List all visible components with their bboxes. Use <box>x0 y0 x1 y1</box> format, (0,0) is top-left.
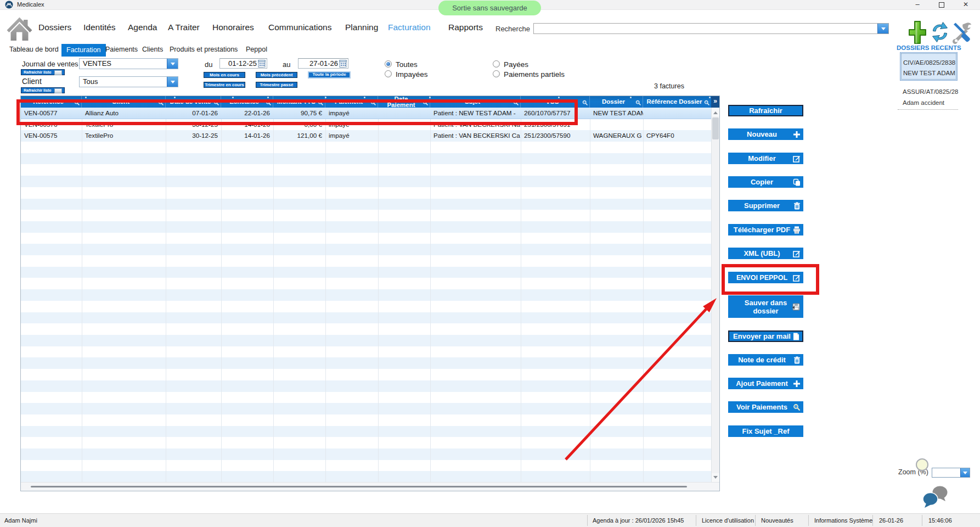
whole-period-button[interactable]: Toute la période <box>308 71 351 79</box>
note-de-credit-button[interactable]: Note de crédit <box>728 354 803 366</box>
home-icon[interactable] <box>7 16 32 41</box>
scroll-up-icon[interactable] <box>712 108 719 116</box>
chat-icon[interactable] <box>922 485 949 509</box>
envoyer-par-mail-button[interactable]: Envoyer par mail <box>728 330 803 342</box>
recent-folder-ref[interactable]: CIV/AE/0825/2838 <box>903 59 955 66</box>
recent-folder-ref[interactable]: ASSUR/AT/0825/28 <box>903 88 958 95</box>
nouveau-button[interactable]: Nouveau <box>728 128 803 140</box>
ajout-paiement-button[interactable]: Ajout Paiement <box>728 378 803 389</box>
calendar-icon[interactable] <box>258 59 266 68</box>
header-grip-dot <box>429 97 431 98</box>
annotation-rectangle-row <box>16 99 578 125</box>
search-dropdown-icon[interactable] <box>877 24 888 33</box>
nav-item-dossiers[interactable]: Dossiers <box>38 23 71 32</box>
zoom-slider-knob[interactable] <box>916 458 928 471</box>
tab-produits-prestations[interactable]: Produits et prestations <box>170 46 238 53</box>
nav-item-rapports[interactable]: Rapports <box>448 23 483 32</box>
supprimer-label: Supprimer <box>744 201 780 210</box>
column-separator <box>521 108 521 482</box>
previous-month-button[interactable]: Mois précédent <box>256 72 297 78</box>
header-grip-dot <box>558 97 560 98</box>
maximize-button[interactable] <box>932 0 951 9</box>
minimize-button[interactable]: – <box>908 0 927 9</box>
rafraichir-button[interactable]: Rafraîchir <box>728 105 803 116</box>
settings-tools-icon[interactable] <box>952 22 973 44</box>
cell-date-paiement <box>378 130 430 142</box>
nav-item-communications[interactable]: Communications <box>268 23 331 32</box>
nav-item-planning[interactable]: Planning <box>345 23 378 32</box>
status-news[interactable]: Nouveautés <box>761 514 793 527</box>
column-header-reference-dossier[interactable]: Référence Dossier <box>643 96 711 108</box>
client-select[interactable]: Tous <box>79 76 178 87</box>
telecharger-pdf-button[interactable]: Télécharger PDF <box>728 224 803 236</box>
zoom-input[interactable] <box>932 468 970 478</box>
recent-folder-name[interactable]: Adam accident <box>903 99 944 106</box>
date-to-value: 27-01-26 <box>309 59 338 68</box>
journal-value: VENTES <box>83 59 111 69</box>
radio-impayees[interactable] <box>385 70 392 77</box>
copier-button[interactable]: Copier <box>728 176 803 188</box>
modifier-button[interactable]: Modifier <box>728 153 803 164</box>
nav-item-agenda[interactable]: Agenda <box>128 23 157 32</box>
radio-payees[interactable] <box>493 60 500 68</box>
title-bar: Medicalex Sortie sans sauvegarde – ✕ <box>0 0 980 10</box>
nav-item-a-traiter[interactable]: A Traiter <box>168 23 200 32</box>
calendar-icon[interactable] <box>339 59 347 68</box>
tab-facturation[interactable]: Facturation <box>61 44 106 57</box>
tab-clients[interactable]: Clients <box>142 46 163 53</box>
journal-dropdown-icon[interactable] <box>167 59 178 69</box>
xml-ubl-button[interactable]: XML (UBL) <box>728 248 803 259</box>
plus-icon <box>793 131 801 138</box>
current-month-button[interactable]: Mois en cours <box>204 72 245 78</box>
recent-folder-name[interactable]: NEW TEST ADAM <box>903 70 955 76</box>
column-header-dossier[interactable]: Dossier <box>590 96 643 108</box>
filter-icon[interactable] <box>635 100 641 106</box>
vertical-scrollbar[interactable] <box>711 108 719 482</box>
zoom-dropdown-icon[interactable] <box>960 468 970 477</box>
nav-item-honoraires[interactable]: Honoraires <box>212 23 254 32</box>
refresh-journal-list-button[interactable]: Rafraichir liste <box>21 69 65 75</box>
past-quarter-button[interactable]: Trimestre passé <box>256 82 297 88</box>
supprimer-button[interactable]: Supprimer <box>728 200 803 211</box>
table-row[interactable]: VEN-00575 TextilePro 30-12-25 14-01-26 1… <box>21 130 711 142</box>
status-license[interactable]: Licence d'utilisation <box>702 514 754 527</box>
add-patient-icon[interactable] <box>908 20 927 45</box>
radio-toutes-label: Toutes <box>396 60 418 69</box>
header-grip-dot <box>174 97 176 98</box>
cell-reference-dossier <box>643 108 711 119</box>
fix-sujet-ref-button[interactable]: Fix Sujet _Ref <box>728 425 803 437</box>
nav-item-identites[interactable]: Identités <box>83 23 116 32</box>
header-grip-dot <box>85 97 87 98</box>
nav-item-facturation[interactable]: Facturation <box>388 23 431 32</box>
close-button[interactable]: ✕ <box>956 0 975 9</box>
client-dropdown-icon[interactable] <box>167 77 178 87</box>
tab-paiements[interactable]: Paiements <box>105 46 138 53</box>
horizontal-scrollbar[interactable] <box>21 482 719 491</box>
scroll-down-icon[interactable] <box>712 473 719 482</box>
refresh-journal-knob-icon <box>54 70 62 75</box>
recent-folder-item[interactable] <box>900 52 958 81</box>
sauver-dans-dossier-button[interactable]: Sauver dans dossier <box>728 295 803 318</box>
cell-sujet: Patient : VAN BECKERSKI Ca <box>430 130 521 142</box>
annotation-rectangle-peppol <box>722 264 819 295</box>
tab-peppol[interactable]: Peppol <box>246 46 267 53</box>
current-quarter-button[interactable]: Trimestre en cours <box>204 82 245 88</box>
refresh-client-list-button[interactable]: Rafraichir liste <box>21 87 65 93</box>
invoice-count: 3 factures <box>654 82 684 90</box>
radio-paiements-partiels-label: Paiements partiels <box>504 70 565 79</box>
tab-tableau-de-bord[interactable]: Tableau de bord <box>9 46 59 53</box>
vertical-scroll-thumb[interactable] <box>712 117 719 139</box>
search-input[interactable] <box>533 23 889 34</box>
filter-icon[interactable] <box>582 100 588 106</box>
radio-toutes[interactable] <box>385 60 392 68</box>
refresh-icon[interactable] <box>931 22 949 43</box>
voir-paiements-button[interactable]: Voir Paiements <box>728 401 803 413</box>
date-to-input[interactable]: 27-01-26 <box>298 58 348 69</box>
date-from-input[interactable]: 01-12-25 <box>219 58 267 69</box>
status-sysinfo[interactable]: Informations Système <box>814 514 872 527</box>
radio-paiements-partiels[interactable] <box>493 70 500 77</box>
journal-select[interactable]: VENTES <box>79 58 178 69</box>
filter-icon[interactable] <box>704 100 710 106</box>
more-columns-icon[interactable]: » <box>711 96 719 108</box>
horizontal-scroll-thumb[interactable] <box>31 486 687 487</box>
